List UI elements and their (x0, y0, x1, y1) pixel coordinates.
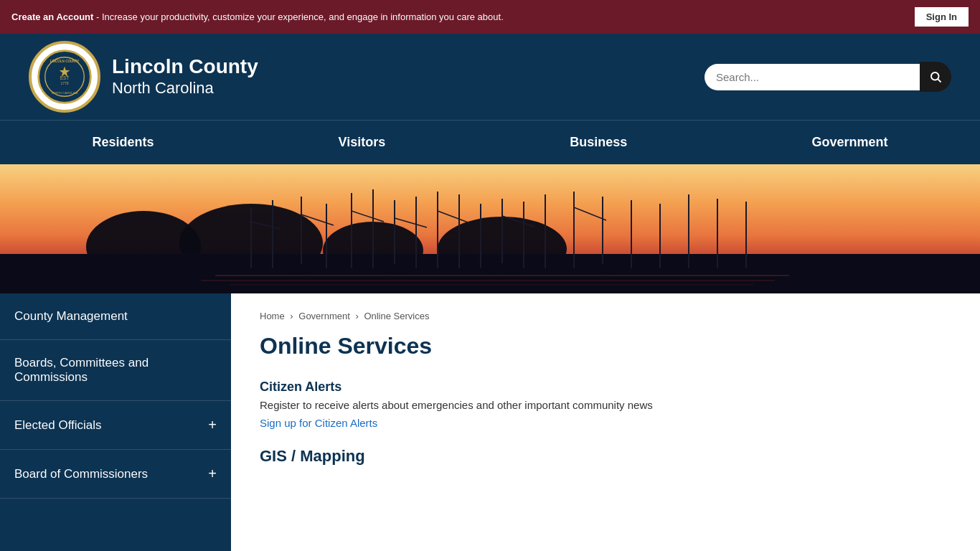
svg-point-46 (481, 263, 524, 273)
svg-text:1779: 1779 (60, 81, 68, 85)
svg-text:EST: EST (60, 75, 69, 80)
top-banner: Create an Account - Increase your produc… (0, 0, 980, 34)
sidebar-item-county-management[interactable]: County Management (0, 293, 231, 340)
main-content: Home › Government › Online Services Onli… (231, 293, 980, 551)
sidebar-item-elected-officials[interactable]: Elected Officials + (0, 401, 231, 450)
svg-point-45 (374, 264, 415, 273)
sidebar-item-board-of-commissioners[interactable]: Board of Commissioners + (0, 450, 231, 499)
nav-residents[interactable]: Residents (50, 121, 197, 164)
citizen-alerts-description: Register to receive alerts about emergen… (260, 399, 951, 411)
search-area (705, 62, 951, 92)
expand-icon: + (208, 417, 217, 433)
page-title: Online Services (260, 333, 951, 359)
sidebar: County Management Boards, Committees and… (0, 293, 231, 551)
sidebar-item-boards[interactable]: Boards, Committees and Commissions (0, 340, 231, 401)
hero-image (0, 164, 980, 293)
svg-line-8 (938, 79, 941, 82)
gis-section-heading-partial: GIS / Mapping (260, 447, 951, 466)
sidebar-item-label: Elected Officials (14, 418, 102, 433)
county-name: Lincoln County (112, 56, 258, 78)
citizen-alerts-link[interactable]: Sign up for Citizen Alerts (260, 417, 377, 429)
logo-area: LINCOLN COUNTY NORTH CAROLINA EST 1779 L… (29, 41, 258, 113)
logo-circle: LINCOLN COUNTY NORTH CAROLINA EST 1779 (29, 41, 100, 113)
hero-sailboats-icon (0, 164, 980, 293)
citizen-alerts-section: Citizen Alerts Register to receive alert… (260, 380, 951, 430)
content-wrapper: County Management Boards, Committees and… (0, 293, 980, 551)
logo-text: Lincoln County North Carolina (112, 56, 258, 98)
search-icon (929, 70, 942, 83)
banner-description: - Increase your productivity, customize … (93, 11, 503, 22)
sidebar-item-label: Board of Commissioners (14, 467, 148, 481)
svg-rect-15 (0, 254, 980, 293)
sidebar-item-label: Boards, Committees and Commissions (14, 356, 217, 385)
main-nav: Residents Visitors Business Government (0, 120, 980, 164)
create-account-link[interactable]: Create an Account (11, 11, 93, 22)
banner-text: Create an Account - Increase your produc… (11, 11, 504, 22)
svg-text:NORTH CAROLINA: NORTH CAROLINA (52, 91, 78, 95)
nav-visitors[interactable]: Visitors (296, 121, 429, 164)
svg-point-7 (931, 72, 939, 80)
gis-mapping-heading: GIS / Mapping (260, 447, 951, 466)
citizen-alerts-heading: Citizen Alerts (260, 380, 951, 395)
breadcrumb-home[interactable]: Home (260, 311, 285, 321)
nav-business[interactable]: Business (527, 121, 670, 164)
breadcrumb: Home › Government › Online Services (260, 311, 951, 321)
expand-icon: + (208, 466, 217, 482)
breadcrumb-separator-2: › (355, 311, 361, 321)
breadcrumb-current: Online Services (364, 311, 429, 321)
header: LINCOLN COUNTY NORTH CAROLINA EST 1779 L… (0, 34, 980, 120)
county-seal-icon: LINCOLN COUNTY NORTH CAROLINA EST 1779 (36, 48, 93, 105)
svg-point-47 (591, 264, 628, 273)
search-button[interactable] (920, 62, 951, 92)
breadcrumb-government[interactable]: Government (298, 311, 350, 321)
svg-point-44 (283, 264, 319, 273)
sidebar-item-label: County Management (14, 309, 128, 324)
breadcrumb-separator: › (290, 311, 296, 321)
nav-government[interactable]: Government (768, 121, 930, 164)
svg-text:LINCOLN COUNTY: LINCOLN COUNTY (50, 60, 80, 63)
search-input[interactable] (705, 64, 920, 90)
sign-in-button[interactable]: Sign In (915, 7, 969, 27)
state-name: North Carolina (112, 79, 258, 98)
